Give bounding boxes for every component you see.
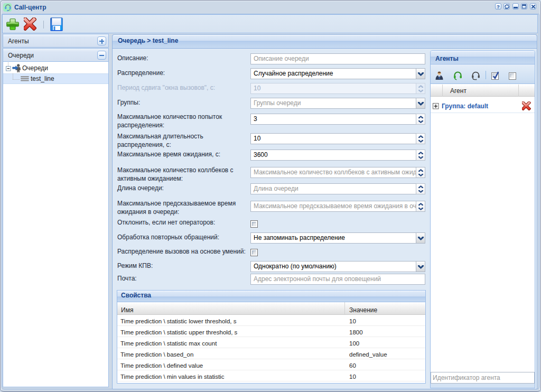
svg-text:?: ? xyxy=(497,4,500,10)
